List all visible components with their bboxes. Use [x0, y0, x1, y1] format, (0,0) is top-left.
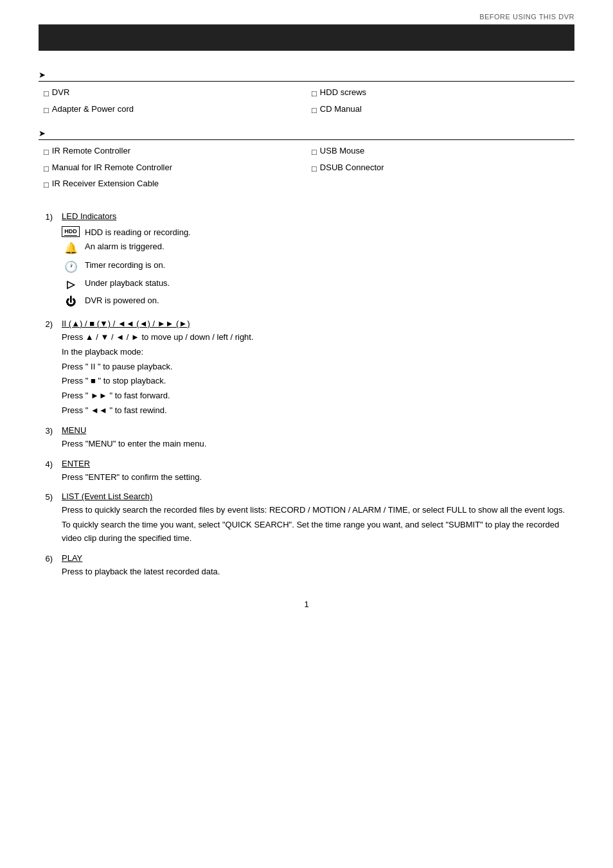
list-item: □ DVR — [44, 87, 301, 100]
timer-icon: 🕐 — [62, 259, 80, 276]
header-bar — [39, 24, 574, 51]
table-row: □ IR Remote Controller □ USB Mouse — [39, 144, 574, 161]
alarm-icon: 🔔 — [62, 240, 80, 257]
playback-heading: II (▲) / ■ (▼) / ◄◄ (◄) / ►► (►) — [62, 319, 190, 328]
page-number: 1 — [39, 599, 574, 609]
page: BEFORE USING THIS DVR ➤ □ DVR □ HDD scre… — [0, 0, 613, 868]
table-row: □ DVR □ HDD screws — [39, 85, 574, 102]
led-item-power: ⏻ DVR is powered on. — [62, 294, 574, 310]
section2-arrow: ➤ — [39, 128, 574, 138]
list-item: □ IR Receiver Extension Cable — [44, 179, 301, 191]
section1-divider — [39, 81, 574, 82]
section2-table: □ IR Remote Controller □ USB Mouse □ Man… — [39, 144, 574, 193]
enter-heading: ENTER — [62, 459, 90, 468]
list-item: □ CD Manual — [312, 104, 569, 117]
section2-divider — [39, 139, 574, 140]
power-icon: ⏻ — [62, 294, 80, 310]
section-enter: 4) ENTER Press "ENTER" to confirm the se… — [39, 459, 574, 486]
led-item-alarm: 🔔 An alarm is triggered. — [62, 240, 574, 257]
list-heading: LIST (Event List Search) — [62, 492, 152, 501]
section1-arrow: ➤ — [39, 70, 574, 80]
numbered-sections: 1) LED Indicators HDD HDD is reading or … — [39, 211, 574, 580]
table-row: □ Adapter & Power cord □ CD Manual — [39, 102, 574, 119]
list-item: □ USB Mouse — [312, 146, 569, 159]
table-row: □ Manual for IR Remote Controller □ DSUB… — [39, 161, 574, 177]
section-play: 6) PLAY Press to playback the latest rec… — [39, 553, 574, 580]
play-heading: PLAY — [62, 553, 82, 563]
list-item: □ Adapter & Power cord — [44, 104, 301, 117]
section2: ➤ □ IR Remote Controller □ USB Mouse — [39, 128, 574, 193]
led-item-timer: 🕐 Timer recording is on. — [62, 259, 574, 276]
list-item: □ DSUB Connector — [312, 163, 569, 175]
section-playback: 2) II (▲) / ■ (▼) / ◄◄ (◄) / ►► (►) Pres… — [39, 319, 574, 419]
list-item: □ IR Remote Controller — [44, 146, 301, 159]
top-label: BEFORE USING THIS DVR — [39, 13, 574, 21]
led-item-play: ▷ Under playback status. — [62, 277, 574, 292]
menu-heading: MENU — [62, 425, 86, 435]
section1-table: □ DVR □ HDD screws □ Adapter & Power cor… — [39, 85, 574, 118]
list-item: □ Manual for IR Remote Controller — [44, 163, 301, 175]
hdd-icon: HDD — [62, 226, 80, 238]
play-triangle-icon: ▷ — [62, 277, 80, 292]
list-item: □ HDD screws — [312, 87, 569, 100]
section-list: 5) LIST (Event List Search) Press to qui… — [39, 492, 574, 546]
section-menu: 3) MENU Press "MENU" to enter the main m… — [39, 425, 574, 452]
section-led: 1) LED Indicators HDD HDD is reading or … — [39, 211, 574, 313]
led-list: HDD HDD is reading or recording. 🔔 An al… — [62, 226, 574, 310]
led-item-hdd: HDD HDD is reading or recording. — [62, 226, 574, 239]
led-heading: LED Indicators — [62, 211, 116, 221]
section1: ➤ □ DVR □ HDD screws — [39, 70, 574, 118]
table-row: □ IR Receiver Extension Cable — [39, 177, 574, 193]
